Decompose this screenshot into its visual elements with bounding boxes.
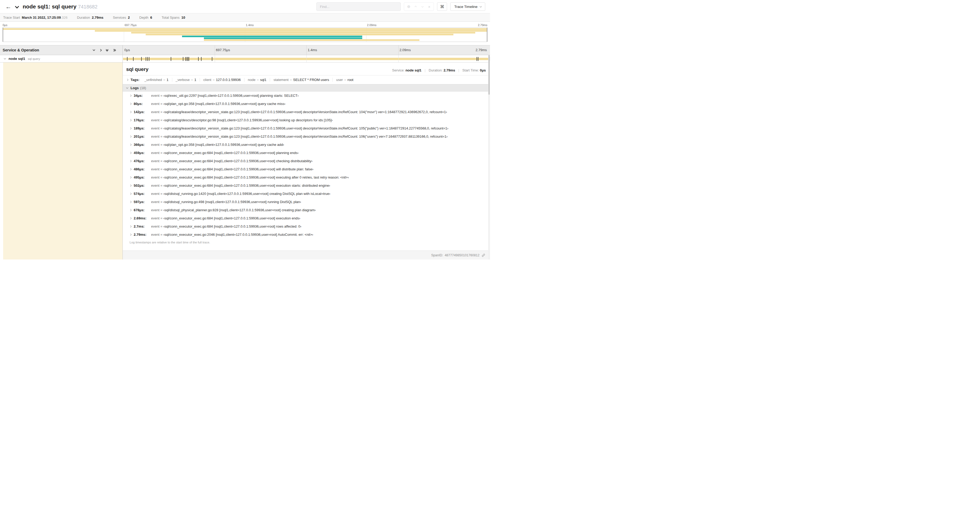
meta-separator: | [458, 68, 459, 72]
log-row[interactable]: 574μs:event = ‹sql/distsql_running.go:14… [123, 190, 490, 198]
trace-timeline-dropdown[interactable]: Trace Timeline [450, 2, 485, 11]
expand-one-icon[interactable] [100, 50, 102, 51]
next-result-icon[interactable] [419, 3, 426, 11]
collapse-all-icon[interactable] [106, 50, 108, 51]
log-row[interactable]: 476μs:event = ‹sql/conn_executor_exec.go… [123, 157, 490, 165]
log-row[interactable]: 189μs:event = ‹sql/catalog/lease/descrip… [123, 124, 490, 133]
log-field: event = ‹sql/conn_executor_exec.go:684 [… [151, 176, 349, 179]
log-row[interactable]: 597μs:event = ‹sql/distsql_running.go:49… [123, 198, 490, 206]
log-row[interactable]: 142μs:event = ‹sql/catalog/lease/descrip… [123, 108, 490, 116]
minimap-left-handle[interactable] [3, 28, 3, 42]
log-key: event [151, 143, 160, 147]
tags-row[interactable]: Tags: _unfinished=1_verbose=1client=127.… [123, 75, 490, 84]
log-row[interactable]: 486μs:event = ‹sql/conn_executor_exec.go… [123, 165, 490, 173]
tag-value: SELECT * FROM users [293, 78, 329, 82]
chevron-right-icon [126, 79, 128, 81]
chevron-right-icon [129, 168, 132, 170]
trace-stat-label: Depth [139, 16, 149, 19]
logs-count: (18) [140, 86, 146, 90]
log-row[interactable]: 495μs:event = ‹sql/conn_executor_exec.go… [123, 173, 490, 181]
minimap-span-bar [3, 28, 487, 30]
log-key: event [151, 208, 160, 212]
minimap-right-handle[interactable] [487, 28, 487, 42]
log-field: event = ‹sql/conn_executor_exec.go:684 [… [151, 184, 330, 187]
log-key: event [151, 151, 160, 155]
log-row[interactable]: 201μs:event = ‹sql/catalog/lease/descrip… [123, 133, 490, 141]
span-timeline-row[interactable] [123, 55, 490, 62]
minimap-span-bar [131, 32, 475, 34]
axis-tick-label: 2.09ms [399, 48, 411, 52]
back-button[interactable]: ← [5, 4, 11, 10]
collapse-trace-chevron-icon[interactable] [16, 4, 18, 9]
tag-item[interactable]: _verbose=1 [172, 78, 200, 82]
copy-link-icon[interactable] [482, 254, 485, 257]
log-equals: = [159, 110, 163, 114]
chevron-right-icon [129, 95, 132, 97]
minimap-span-bar [204, 39, 420, 41]
tag-item[interactable]: user=root [332, 78, 357, 82]
log-timestamp: 2.69ms: [134, 216, 151, 220]
tag-item[interactable]: _unfinished=1 [141, 78, 172, 82]
log-marker [186, 57, 187, 61]
log-row[interactable]: 2.7ms:event = ‹sql/conn_executor_exec.go… [123, 222, 490, 230]
log-key: event [151, 126, 160, 130]
log-value: ‹sql/conn_executor_exec.go:684 [nsql1,cl… [163, 224, 301, 228]
expand-all-icon[interactable] [113, 50, 116, 51]
find-input[interactable] [317, 2, 401, 11]
log-row[interactable]: 176μs:event = ‹sql/catalog/descs/descrip… [123, 116, 490, 124]
log-value: ‹sql/exec_util.go:2297 [nsql1,client=127… [163, 94, 299, 97]
prev-result-icon[interactable] [412, 3, 419, 11]
log-row[interactable]: 459μs:event = ‹sql/conn_executor_exec.go… [123, 149, 490, 157]
locate-icon[interactable]: ⊕ [405, 3, 412, 11]
tag-item[interactable]: statement=SELECT * FROM users [270, 78, 332, 82]
logs-section-header[interactable]: Logs (18) [123, 84, 490, 91]
span-expander-icon [4, 57, 6, 59]
log-field: event = ‹sql/conn_executor_exec.go:684 [… [151, 216, 300, 220]
span-meta-item: Start Time: 0μs [462, 68, 486, 72]
clear-search-icon[interactable]: × [426, 3, 433, 11]
log-timestamp: 189μs: [134, 126, 151, 130]
keyboard-shortcuts-button[interactable]: ⌘ [437, 2, 447, 11]
log-row[interactable]: 2.69ms:event = ‹sql/conn_executor_exec.g… [123, 214, 490, 222]
log-equals: = [159, 134, 163, 139]
tag-item[interactable]: node=sql1 [244, 78, 270, 82]
log-timestamp: 366μs: [134, 143, 151, 147]
tag-item[interactable]: client=127.0.0.1:59936 [200, 78, 244, 82]
log-row[interactable]: 366μs:event = ‹sql/plan_opt.go:358 [nsql… [123, 141, 490, 149]
trace-stat-value: 2.79ms [92, 16, 103, 19]
log-equals: = [159, 94, 163, 97]
scrollbar[interactable] [488, 55, 490, 260]
log-row[interactable]: 502μs:event = ‹sql/conn_executor_exec.go… [123, 181, 490, 190]
tag-key: statement [274, 78, 288, 82]
span-name-row[interactable]: node sql1 sql query [0, 55, 123, 62]
log-row[interactable]: 34μs:event = ‹sql/exec_util.go:2297 [nsq… [123, 91, 490, 100]
log-key: event [151, 102, 160, 106]
trace-timeline-body: node sql1 sql query sql query Service: n… [0, 55, 490, 260]
log-field: event = ‹sql/distsql_physical_planner.go… [151, 208, 316, 212]
log-row[interactable]: 2.79ms:event = ‹sql/conn_executor_exec.g… [123, 230, 490, 239]
span-detail-card: sql query Service: node sql1|Duration: 2… [123, 63, 490, 251]
log-marker [127, 57, 127, 61]
trace-stat: Depth6 [139, 16, 152, 19]
log-row[interactable]: 678μs:event = ‹sql/distsql_physical_plan… [123, 206, 490, 214]
log-equals: = [159, 126, 163, 130]
log-marker [188, 57, 188, 61]
scrollbar-thumb[interactable] [488, 55, 490, 95]
log-key: event [151, 200, 160, 204]
log-timestamp: 34μs: [134, 94, 151, 97]
collapse-one-icon[interactable] [93, 50, 95, 51]
minimap-canvas[interactable] [3, 27, 487, 42]
find-controls: ⊕ × [404, 2, 434, 11]
log-value: ‹sql/conn_executor_exec.go:684 [nsql1,cl… [163, 159, 312, 163]
timeline-axis: 0μs697.75μs1.4ms2.09ms2.79ms [123, 45, 490, 55]
log-field: event = ‹sql/plan_opt.go:358 [nsql1,clie… [151, 102, 286, 106]
log-row[interactable]: 80μs:event = ‹sql/plan_opt.go:358 [nsql1… [123, 100, 490, 108]
trace-stat-label: Trace Start [3, 16, 20, 19]
log-key: event [151, 216, 160, 220]
log-equals: = [159, 143, 163, 147]
log-key: event [151, 159, 160, 163]
log-field: event = ‹sql/catalog/lease/descriptor_ve… [151, 110, 447, 114]
tag-equals: = [211, 78, 216, 82]
span-id-label: SpanID: [431, 254, 443, 257]
axis-tick-label: 1.4ms [308, 48, 317, 52]
